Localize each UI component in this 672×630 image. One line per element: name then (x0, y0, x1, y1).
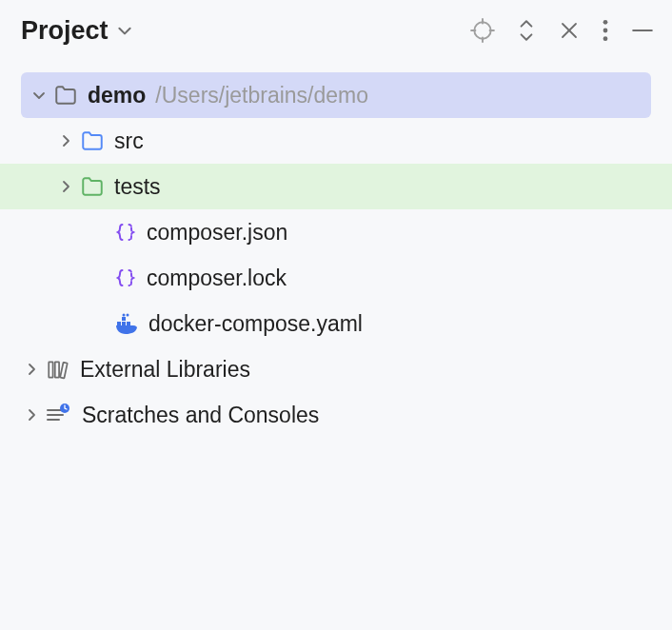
source-folder-icon (80, 128, 105, 153)
panel-actions (470, 18, 655, 43)
svg-point-6 (603, 29, 608, 33)
locate-icon[interactable] (470, 18, 495, 43)
node-label: composer.json (147, 220, 287, 246)
svg-point-0 (474, 22, 490, 38)
test-folder-icon (80, 174, 105, 199)
node-label: docker-compose.yaml (148, 311, 363, 337)
chevron-down-icon[interactable] (29, 88, 49, 103)
project-tree: demo /Users/jetbrains/demo src (0, 61, 672, 630)
tree-node-tests[interactable]: tests (0, 164, 672, 209)
chevron-right-icon[interactable] (55, 179, 76, 194)
tree-node-composer-lock[interactable]: composer.lock (0, 255, 672, 301)
panel-header: Project (0, 0, 672, 61)
chevron-right-icon[interactable] (21, 362, 42, 377)
svg-rect-12 (122, 317, 126, 321)
tree-node-scratches[interactable]: Scratches and Consoles (0, 392, 672, 438)
chevron-right-icon[interactable] (55, 133, 76, 148)
node-label: src (114, 128, 144, 154)
folder-icon (53, 83, 78, 108)
tree-node-src[interactable]: src (0, 118, 672, 164)
node-label: External Libraries (80, 357, 250, 383)
more-options-icon[interactable] (602, 18, 609, 43)
svg-rect-11 (127, 322, 130, 325)
minimize-icon[interactable] (630, 18, 655, 43)
expand-collapse-icon[interactable] (516, 18, 537, 43)
collapse-all-icon[interactable] (558, 19, 581, 42)
svg-point-14 (127, 314, 129, 317)
tree-node-composer-json[interactable]: composer.json (0, 209, 672, 255)
tree-node-root[interactable]: demo /Users/jetbrains/demo (21, 72, 651, 118)
json-file-icon (114, 221, 137, 244)
tree-node-external-libraries[interactable]: External Libraries (0, 346, 672, 392)
panel-title: Project (21, 16, 109, 46)
scratches-icon (46, 404, 72, 426)
svg-point-5 (603, 20, 608, 25)
svg-rect-16 (55, 362, 59, 377)
node-path: /Users/jetbrains/demo (155, 83, 368, 108)
svg-rect-10 (122, 322, 126, 325)
svg-rect-17 (60, 363, 68, 379)
chevron-right-icon[interactable] (21, 407, 42, 423)
svg-rect-9 (117, 322, 121, 325)
node-label: tests (114, 174, 161, 200)
view-mode-dropdown[interactable] (116, 22, 133, 39)
tree-node-docker-compose[interactable]: docker-compose.yaml (0, 301, 672, 346)
project-tool-window: Project (0, 0, 672, 630)
node-label: Scratches and Consoles (82, 403, 319, 428)
docker-file-icon (114, 312, 139, 335)
svg-rect-15 (49, 362, 52, 377)
node-label: composer.lock (147, 266, 287, 291)
json-file-icon (114, 266, 137, 289)
library-icon (46, 357, 70, 382)
svg-point-13 (123, 314, 126, 317)
node-label: demo (88, 83, 146, 108)
svg-point-7 (603, 36, 608, 41)
